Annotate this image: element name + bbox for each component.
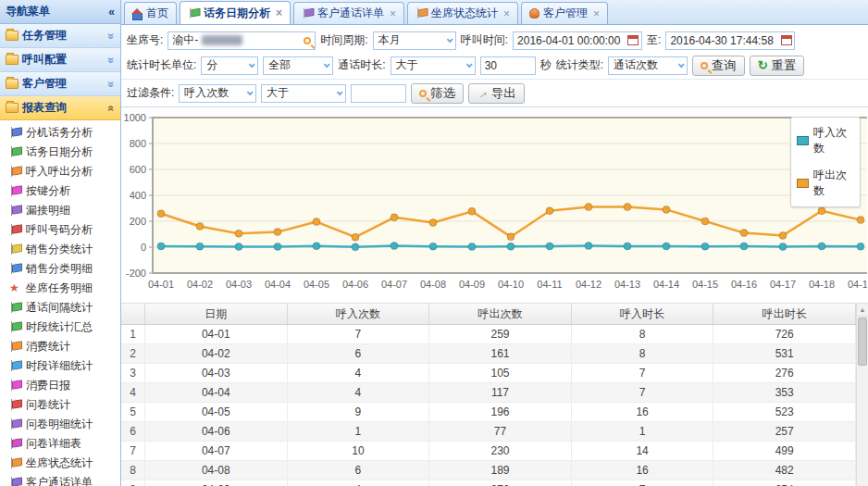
collapse-sidebar-icon[interactable] (108, 6, 115, 19)
column-header[interactable]: 呼入次数 (288, 304, 430, 324)
flag-icon (9, 146, 21, 158)
filter-panel: 坐席号: 渝中- 时间周期: 本月 呼叫时间: 2016-04-01 00:00… (121, 25, 868, 107)
sidebar-item[interactable]: 时段详细统计 (0, 356, 120, 376)
sidebar-item[interactable]: 时段统计汇总 (0, 318, 120, 337)
scope-select[interactable]: 全部 (263, 56, 333, 75)
query-button[interactable]: 查询 (692, 56, 745, 76)
close-icon[interactable] (591, 7, 600, 20)
sidebar-item[interactable]: 呼叫号码分析 (0, 220, 120, 240)
duration-op-select[interactable]: 大于 (391, 56, 476, 75)
sidebar-item[interactable]: 问卷明细统计 (0, 415, 120, 434)
flag-icon (9, 127, 21, 139)
sidebar-item[interactable]: 呼入呼出分析 (0, 162, 120, 181)
sidebar-item[interactable]: 漏接明细 (0, 201, 120, 220)
call-time-from-input[interactable]: 2016-04-01 00:00:00 (513, 31, 642, 50)
column-header[interactable]: 呼出时长 (713, 304, 856, 324)
calendar-icon[interactable] (781, 35, 792, 45)
legend-item[interactable]: 呼出次数 (797, 168, 854, 199)
table-row[interactable]: 404-0441177353 (121, 383, 856, 403)
svg-text:04-17: 04-17 (770, 279, 796, 290)
sidebar-item[interactable]: 销售分类统计 (0, 240, 120, 259)
table-row[interactable]: 704-071023014499 (121, 442, 856, 461)
sidebar-menu: 分机话务分析 话务日期分析 呼入呼出分析 按键分析 漏接明细 呼叫号码分析 销售… (0, 120, 120, 486)
column-header[interactable]: 日期 (145, 304, 288, 324)
sidebar-item[interactable]: 通话间隔统计 (0, 298, 120, 318)
stat-type-select[interactable]: 通话次数 (608, 56, 688, 75)
legend-swatch-outbound (797, 179, 809, 188)
vertical-scrollbar[interactable] (856, 304, 868, 486)
home-icon (132, 9, 143, 19)
close-icon[interactable] (502, 7, 510, 20)
svg-text:04-08: 04-08 (420, 279, 446, 290)
search-icon (701, 62, 708, 69)
sidebar-item[interactable]: 销售分类明细 (0, 259, 120, 279)
table-header: 日期 呼入次数 呼出次数 呼入时长 呼出时长 (121, 304, 856, 325)
duration-value-input[interactable]: 30 (480, 56, 536, 75)
tab-customer-mgmt[interactable]: 客户管理 (521, 2, 608, 24)
svg-text:0: 0 (141, 242, 146, 253)
calendar-icon[interactable] (627, 35, 639, 45)
table-row[interactable]: 904-0942767654 (121, 480, 856, 486)
table-row[interactable]: 604-061771257 (121, 422, 856, 442)
unit-select[interactable]: 分 (201, 56, 258, 75)
svg-text:400: 400 (130, 190, 146, 201)
legend-item[interactable]: 呼入次数 (797, 125, 854, 156)
svg-text:04-16: 04-16 (731, 279, 757, 290)
filter-button[interactable]: 筛选 (411, 83, 464, 104)
sidebar-section-customer-mgmt[interactable]: 客户管理 (0, 72, 120, 96)
svg-text:04-01: 04-01 (148, 279, 174, 290)
flag-icon (9, 477, 21, 486)
scroll-up-icon[interactable] (857, 304, 868, 317)
filter-value-input[interactable] (351, 84, 406, 103)
sidebar-item[interactable]: 分机话务分析 (0, 123, 120, 143)
sidebar-item[interactable]: 话务日期分析 (0, 143, 120, 162)
svg-text:600: 600 (130, 164, 146, 175)
tab-agent-status-stats[interactable]: 坐席状态统计 (407, 2, 518, 24)
line-chart-svg: 10008006004002000-20004-0104-0204-0304-0… (121, 109, 867, 294)
sidebar-item[interactable]: 消费统计 (0, 337, 120, 356)
sidebar-item[interactable]: 消费日报 (0, 376, 120, 395)
table-row[interactable]: 104-0172598726 (121, 325, 856, 344)
chevron-down-icon (247, 89, 254, 95)
reset-button[interactable]: 重置 (750, 56, 805, 76)
table-row[interactable]: 204-0261618531 (121, 344, 856, 364)
sidebar-item[interactable]: 客户通话详单 (0, 473, 120, 486)
sidebar-section-reports[interactable]: 报表查询 (0, 96, 120, 120)
scrollbar-thumb[interactable] (858, 318, 867, 366)
main-content: 首页 话务日期分析 客户通话详单 坐席状态统计 客户管理 (121, 0, 868, 486)
section-label: 呼叫配置 (22, 52, 67, 68)
agent-input[interactable]: 渝中- (167, 31, 316, 50)
close-icon[interactable] (388, 7, 396, 20)
column-header[interactable]: 呼入时长 (572, 304, 714, 324)
flag-icon (9, 380, 21, 392)
sidebar-header: 导航菜单 (0, 0, 120, 24)
table-row[interactable]: 804-08618916482 (121, 461, 856, 480)
flag-icon (9, 399, 21, 411)
call-time-to-input[interactable]: 2016-04-30 17:44:58 (665, 31, 795, 50)
sidebar-item[interactable]: 坐席状态统计 (0, 454, 120, 473)
tab-home[interactable]: 首页 (124, 2, 177, 24)
sidebar-item[interactable]: 坐席任务明细 (0, 279, 120, 298)
filter-op-select[interactable]: 大于 (261, 84, 346, 103)
filter-field-select[interactable]: 呼入次数 (179, 84, 256, 103)
filter-separator (121, 79, 868, 80)
sidebar-section-task-mgmt[interactable]: 任务管理 (0, 24, 120, 48)
export-button[interactable]: 导出 (468, 83, 525, 104)
tab-call-date-analysis[interactable]: 话务日期分析 (180, 1, 291, 24)
svg-text:04-05: 04-05 (304, 279, 329, 290)
table-row[interactable]: 504-05919616523 (121, 403, 856, 422)
search-icon[interactable] (304, 37, 311, 44)
svg-text:800: 800 (130, 138, 146, 149)
unit-label: 统计时长单位: (127, 57, 196, 73)
sidebar-item[interactable]: 问卷详细表 (0, 434, 120, 454)
table-row[interactable]: 304-0341057276 (121, 364, 856, 383)
chart-legend: 呼入次数 呼出次数 (790, 117, 861, 207)
column-header[interactable]: 呼出次数 (429, 304, 572, 324)
period-select[interactable]: 本月 (373, 31, 456, 50)
close-icon[interactable] (274, 6, 282, 19)
flag-icon (188, 7, 199, 19)
sidebar-item[interactable]: 问卷统计 (0, 395, 120, 415)
tab-customer-call-detail[interactable]: 客户通话详单 (293, 2, 404, 24)
sidebar-item[interactable]: 按键分析 (0, 181, 120, 201)
sidebar-section-call-config[interactable]: 呼叫配置 (0, 48, 120, 72)
